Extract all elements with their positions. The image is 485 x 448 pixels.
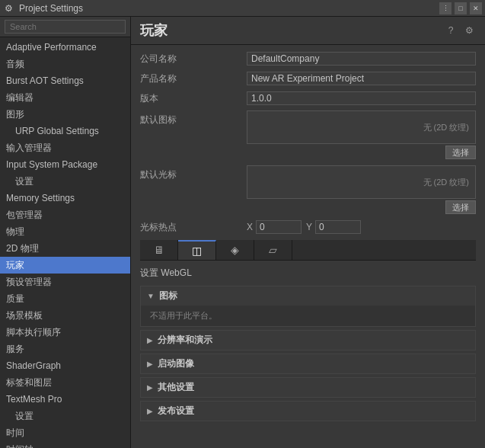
default-cursor-row: 默认光标 无 (2D 纹理) 选择: [140, 165, 476, 214]
panel-content: 公司名称 产品名称 版本 默认图标 无 (2D 纹理) 选择: [131, 45, 485, 448]
default-icon-box: 无 (2D 纹理) 选择: [247, 110, 476, 159]
default-cursor-select-btn[interactable]: 选择: [445, 200, 476, 214]
sidebar-item-adaptive-performance[interactable]: Adaptive Performance: [0, 39, 130, 56]
sidebar-item-player[interactable]: 玩家: [0, 257, 130, 274]
sidebar-item-preset-manager[interactable]: 预设管理器: [0, 274, 130, 290]
sidebar-item-scene-templates[interactable]: 场景模板: [0, 307, 130, 324]
section-header-publish-section[interactable]: ▶发布设置: [141, 402, 475, 421]
section-content-icon-section: 不适用于此平台。: [141, 306, 475, 326]
default-icon-none-text: 无 (2D 纹理): [423, 122, 470, 133]
cursor-hotspot-row: 光标热点 X Y: [140, 220, 476, 234]
default-cursor-box: 无 (2D 纹理) 选择: [247, 165, 476, 214]
close-button[interactable]: ✕: [470, 2, 482, 14]
settings-button[interactable]: ⚙: [462, 24, 476, 37]
company-name-row: 公司名称: [140, 51, 476, 66]
maximize-button[interactable]: □: [455, 2, 467, 14]
section-title-resolution-section: 分辨率和演示: [158, 334, 212, 347]
section-header-icon-section[interactable]: ▼图标: [141, 286, 475, 306]
sidebar-item-editor[interactable]: 编辑器: [0, 89, 130, 106]
version-input[interactable]: [247, 91, 476, 105]
sidebar-item-audio[interactable]: 音频: [0, 56, 130, 72]
section-arrow-splash-section: ▶: [147, 360, 153, 368]
default-icon-row: 默认图标 无 (2D 纹理) 选择: [140, 110, 476, 159]
sidebar-item-tags-layers[interactable]: 标签和图层: [0, 374, 130, 391]
default-cursor-label: 默认光标: [140, 165, 247, 181]
sidebar-item-textmesh-pro[interactable]: TextMesh Pro: [0, 391, 130, 408]
company-name-label: 公司名称: [140, 53, 247, 66]
sidebar-item-burst-aot[interactable]: Burst AOT Settings: [0, 72, 130, 89]
section-other-section: ▶其他设置: [140, 377, 476, 398]
platform-tab-ios[interactable]: ▱: [254, 240, 292, 260]
sidebar-item-time[interactable]: 时间: [0, 424, 130, 441]
section-arrow-resolution-section: ▶: [147, 336, 153, 344]
platform-tab-icon-desktop: 🖥: [154, 244, 164, 256]
search-input[interactable]: [5, 20, 126, 34]
sidebar-item-services[interactable]: 服务: [0, 341, 130, 357]
section-header-other-section[interactable]: ▶其他设置: [141, 378, 475, 397]
company-name-input[interactable]: [247, 52, 476, 66]
section-title-publish-section: 发布设置: [158, 405, 194, 418]
platform-tab-icon-webgl: ◫: [192, 245, 202, 257]
cursor-x-label: X: [247, 222, 253, 232]
section-resolution-section: ▶分辨率和演示: [140, 330, 476, 350]
sidebar-item-input-manager[interactable]: 输入管理器: [0, 139, 130, 156]
cursor-fields: X Y: [247, 220, 476, 234]
window-controls: ⋮ □ ✕: [439, 2, 482, 14]
default-icon-preview: 无 (2D 纹理): [247, 110, 476, 144]
cursor-y-coord: Y: [306, 220, 361, 234]
version-label: 版本: [140, 92, 247, 105]
help-button[interactable]: ?: [444, 24, 458, 37]
webgl-section-label: 设置 WebGL: [140, 265, 476, 281]
default-cursor-none-text: 无 (2D 纹理): [423, 177, 470, 188]
platform-tabs: 🖥◫◈▱: [140, 240, 476, 261]
platform-tab-icon-android: ◈: [231, 244, 239, 256]
section-header-resolution-section[interactable]: ▶分辨率和演示: [141, 331, 475, 350]
sidebar: Adaptive Performance音频Burst AOT Settings…: [0, 17, 131, 448]
sidebar-item-graphics[interactable]: 图形: [0, 106, 130, 123]
section-publish-section: ▶发布设置: [140, 401, 476, 421]
platform-tab-icon-ios: ▱: [269, 244, 277, 256]
cursor-y-label: Y: [306, 222, 312, 232]
section-icon-section: ▼图标不适用于此平台。: [140, 286, 476, 327]
section-title-splash-section: 启动图像: [158, 357, 194, 370]
version-row: 版本: [140, 91, 476, 106]
sidebar-item-physics-2d[interactable]: 2D 物理: [0, 240, 130, 257]
platform-tab-android[interactable]: ◈: [216, 240, 254, 260]
sidebar-item-input-system-package[interactable]: Input System Package: [0, 156, 130, 173]
default-icon-select-btn[interactable]: 选择: [445, 146, 476, 159]
main-container: Adaptive Performance音频Burst AOT Settings…: [0, 17, 485, 448]
section-arrow-other-section: ▶: [147, 383, 153, 392]
platform-tab-webgl[interactable]: ◫: [178, 240, 216, 260]
sidebar-search-area: [0, 17, 130, 37]
sidebar-item-memory-settings[interactable]: Memory Settings: [0, 190, 130, 206]
product-name-row: 产品名称: [140, 71, 476, 86]
platform-tab-desktop[interactable]: 🖥: [140, 240, 178, 260]
menu-button[interactable]: ⋮: [439, 2, 451, 14]
section-title-icon-section: 图标: [159, 290, 177, 302]
sidebar-item-script-execution[interactable]: 脚本执行顺序: [0, 324, 130, 341]
section-title-other-section: 其他设置: [158, 381, 194, 394]
window-icon: ⚙: [5, 3, 15, 14]
default-icon-label: 默认图标: [140, 110, 247, 126]
cursor-x-coord: X: [247, 220, 302, 234]
sidebar-item-settings[interactable]: 设置: [0, 173, 130, 190]
section-header-splash-section[interactable]: ▶启动图像: [141, 354, 475, 373]
sidebar-item-settings2[interactable]: 设置: [0, 408, 130, 424]
sidebar-item-quality[interactable]: 质量: [0, 290, 130, 307]
cursor-hotspot-label: 光标热点: [140, 221, 247, 234]
sidebar-item-timeline[interactable]: 时间轴: [0, 441, 130, 448]
sidebar-item-shader-graph[interactable]: ShaderGraph: [0, 357, 130, 374]
cursor-y-input[interactable]: [315, 220, 361, 234]
default-cursor-preview: 无 (2D 纹理): [247, 165, 476, 199]
title-bar: ⚙ Project Settings ⋮ □ ✕: [0, 0, 485, 17]
window-title: Project Settings: [19, 3, 83, 14]
sidebar-item-urp-global[interactable]: URP Global Settings: [0, 123, 130, 139]
product-name-label: 产品名称: [140, 72, 247, 85]
section-arrow-icon-section: ▼: [147, 292, 155, 300]
panel-title: 玩家: [140, 21, 444, 40]
sidebar-item-physics[interactable]: 物理: [0, 223, 130, 240]
sidebar-item-package-manager[interactable]: 包管理器: [0, 206, 130, 223]
not-applicable-text: 不适用于此平台。: [150, 311, 217, 320]
cursor-x-input[interactable]: [256, 220, 302, 234]
product-name-input[interactable]: [247, 72, 476, 85]
